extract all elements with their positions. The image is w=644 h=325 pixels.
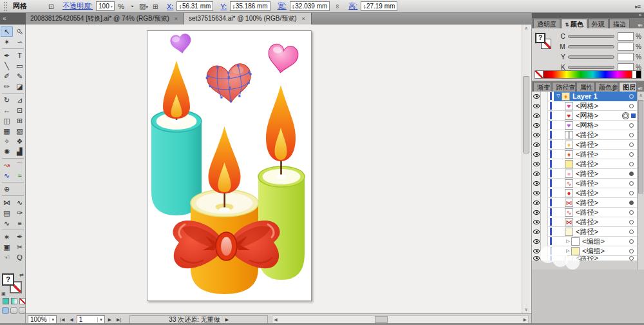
right-flame[interactable] (266, 85, 296, 179)
object-row[interactable]: ♥<网格> (532, 111, 637, 121)
panel-tab-3[interactable]: 属性 (576, 82, 594, 92)
y-field[interactable]: ▴▾ 35.186 mm (230, 1, 270, 11)
magenta-slider[interactable] (568, 45, 614, 48)
layer-label[interactable]: <路径> (576, 217, 598, 227)
object-row[interactable]: ⋈<路径> (532, 198, 637, 208)
blend-tool[interactable]: ❖ (14, 136, 26, 146)
visibility-eye-icon[interactable] (532, 179, 541, 188)
visibility-eye-icon[interactable] (532, 130, 541, 140)
fill-stroke-indicator[interactable]: ⇄ ? ▣ (2, 273, 24, 295)
control-bar-menu-icon[interactable]: ▸≡ (635, 3, 640, 10)
layer-label[interactable]: <编组> (582, 246, 605, 256)
color-button[interactable] (3, 298, 9, 304)
left-flame[interactable] (163, 61, 190, 124)
pattern-icon[interactable]: ▨▾ (139, 1, 148, 12)
envelope-distort-tool[interactable]: ⋈ (1, 197, 13, 208)
grid-swatch-tool[interactable]: ▤ (1, 208, 13, 218)
type-tool[interactable]: T (14, 50, 26, 61)
first-artboard-button[interactable]: |◀ (58, 317, 66, 322)
default-fill-stroke-icon[interactable]: ▣ (1, 291, 6, 297)
layer-thumbnail[interactable]: ♥ (565, 121, 573, 130)
width-field[interactable]: ▴▾ 32.039 mm (290, 1, 330, 11)
lock-toggle[interactable] (541, 208, 548, 217)
target-circle[interactable] (629, 191, 634, 195)
target-circle[interactable] (623, 113, 628, 118)
layer-label[interactable]: <路径> (576, 140, 598, 150)
panel-tab-1[interactable]: 透明度 (533, 19, 560, 28)
document-tab[interactable]: 200838125420554 [转换].ai* @ 74% (RGB/预览) … (26, 13, 184, 25)
width-tool[interactable]: ↔ (1, 105, 13, 115)
layer-thumbnail[interactable]: ⋈ (565, 199, 573, 207)
visibility-eye-icon[interactable] (532, 217, 541, 227)
next-artboard-button[interactable]: ▶ (106, 317, 113, 322)
panel-tab-1[interactable]: 渐变 (533, 82, 551, 92)
visibility-eye-icon[interactable] (532, 121, 541, 130)
free-transform-tool[interactable]: ⊡ (14, 105, 26, 115)
visibility-eye-icon[interactable] (532, 150, 541, 159)
magic-wand-tool[interactable]: ✶ (1, 37, 13, 47)
crosshair-tool[interactable]: ⊕ (1, 184, 13, 194)
layer-label[interactable]: <路径> (576, 159, 598, 169)
scale-tool[interactable]: ⊿ (14, 95, 26, 105)
scroll-left-arrow[interactable]: ◀ (274, 316, 277, 323)
close-tab-icon[interactable]: × (301, 15, 307, 23)
gradient-button[interactable] (11, 298, 17, 304)
visibility-eye-icon[interactable] (532, 140, 541, 150)
reference-point-icon[interactable]: ⊡ (47, 2, 55, 11)
white-swatch[interactable] (632, 71, 636, 78)
lock-toggle[interactable] (541, 121, 548, 130)
ink-pen-tool[interactable]: ✒ (14, 231, 26, 242)
object-row[interactable]: ♥<网格> (532, 101, 637, 111)
expand-triangle-icon[interactable]: ▷ (565, 248, 571, 253)
panel-grip[interactable] (4, 2, 7, 11)
height-label[interactable]: 高: (348, 1, 357, 11)
visibility-eye-icon[interactable] (532, 198, 541, 208)
lock-toggle[interactable] (541, 150, 548, 159)
object-row[interactable]: ♦<路径> (532, 150, 637, 159)
visibility-eye-icon[interactable] (532, 111, 541, 121)
pink-heart[interactable] (266, 43, 299, 75)
object-row[interactable]: ∿<路径> (532, 179, 637, 188)
artboard-tool[interactable]: ▣ (1, 242, 13, 252)
object-row[interactable]: ║<路径> (532, 130, 637, 140)
layers-scrollbar[interactable]: ∧ (637, 92, 644, 270)
visibility-eye-icon[interactable] (532, 169, 541, 179)
measure-tool[interactable]: ∗ (1, 231, 13, 242)
lock-toggle[interactable] (541, 237, 548, 246)
mesh-points-icon[interactable]: ⊞ (151, 2, 160, 11)
visibility-eye-icon[interactable] (532, 237, 541, 246)
target-circle[interactable] (629, 172, 634, 176)
target-circle[interactable] (629, 162, 634, 166)
layer-label[interactable]: <路径> (576, 130, 598, 140)
opacity-label[interactable]: 不透明度: (62, 1, 93, 11)
selection-tool[interactable]: ↖ (1, 26, 13, 37)
panel-fill-stroke-indicator[interactable]: ? (535, 33, 554, 52)
dock-header[interactable]: » (532, 13, 644, 18)
layers-scrollbar-thumb[interactable] (638, 100, 643, 193)
spectrum-ramp[interactable] (544, 71, 632, 78)
vertical-scrollbar[interactable]: ∧ ∨ (522, 25, 530, 313)
object-row[interactable]: ⋈<路径> (532, 217, 637, 227)
mesh-tool[interactable]: ▦ (1, 126, 13, 136)
lock-toggle[interactable] (541, 92, 548, 101)
layer-thumbnail[interactable]: ● (565, 170, 573, 178)
target-circle[interactable] (629, 210, 634, 215)
target-circle[interactable] (629, 256, 634, 261)
none-swatch[interactable] (535, 71, 544, 78)
slice-tool[interactable]: ✂ (14, 242, 26, 252)
blue-zigzag-tool-icon[interactable]: ∿ (1, 170, 13, 181)
previous-artboard-button[interactable]: ◀ (68, 317, 75, 322)
object-row[interactable]: ●<路径> (532, 188, 637, 198)
target-circle[interactable] (629, 220, 634, 224)
target-circle[interactable] (629, 143, 634, 147)
x-field[interactable]: ▴▾ 56.31 mm (176, 1, 213, 11)
layer-row[interactable]: ▽♦Layer 1 (532, 92, 637, 101)
scroll-down-arrow[interactable]: ∨ (522, 306, 530, 313)
full-screen-menu-mode-button[interactable] (10, 307, 17, 314)
canvas-area[interactable]: ∧ ∨ (26, 25, 531, 313)
lock-toggle[interactable] (541, 198, 548, 208)
panel-tab-2[interactable]: ⇅颜色 (561, 19, 587, 28)
mesh-heart-selected[interactable] (205, 63, 254, 104)
red-curve-tool-icon[interactable]: ↝ (1, 160, 13, 170)
height-field[interactable]: ▴▾ 27.19 mm (361, 1, 397, 11)
